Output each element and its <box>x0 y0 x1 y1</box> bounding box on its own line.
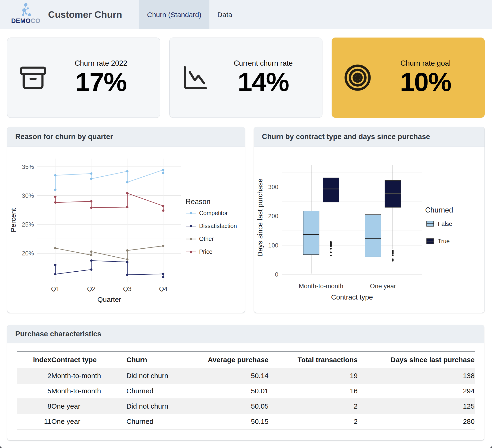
column-header-churn: Churn <box>126 352 201 368</box>
kpi-card-churn-goal: Churn rate goal 10% <box>332 38 485 118</box>
column-header-days-since-last-purchase: Days since last purchase <box>358 352 475 368</box>
window-corner <box>489 445 492 448</box>
cell-contract-type: One year <box>51 399 126 414</box>
cell-churn: Churned <box>126 384 201 399</box>
cell-index: 2 <box>17 368 51 384</box>
churned-legend: ChurnedFalseTrue <box>425 206 481 253</box>
cell-churn: Churned <box>126 414 201 429</box>
svg-text:Q3: Q3 <box>123 285 132 292</box>
page-title: Customer Churn <box>48 0 122 29</box>
kpi-value: 14% <box>210 68 316 96</box>
table-row: 2Month-to-monthDid not churn50.1419138 <box>17 368 475 384</box>
column-header-index: index <box>17 352 51 368</box>
archive-icon <box>18 63 48 93</box>
svg-text:Q4: Q4 <box>159 285 167 292</box>
cell-average-purchase: 50.14 <box>201 368 268 384</box>
svg-text:Days since last purchase: Days since last purchase <box>256 178 264 257</box>
svg-text:Contract type: Contract type <box>331 293 373 301</box>
svg-text:Percent: Percent <box>9 208 17 232</box>
legend-item-price: Price <box>185 248 241 255</box>
molecule-icon <box>19 2 33 18</box>
cell-total-transactions: 2 <box>268 399 358 414</box>
legend-title: Churned <box>425 206 481 214</box>
legend-key-icon <box>185 212 196 215</box>
table-row: 11One yearChurned50.152280 <box>17 414 475 429</box>
kpi-cards: Churn rate 2022 17% Current churn rate 1… <box>7 38 485 118</box>
cell-days-since-last-purchase: 138 <box>358 368 475 384</box>
window-corner <box>0 445 3 448</box>
box-chart: 0100200300Month-to-monthOne yearContract… <box>254 152 425 307</box>
cell-average-purchase: 50.01 <box>201 384 268 399</box>
panel-purchase-characteristics: Purchase characteristics indexContract t… <box>7 325 484 440</box>
cell-contract-type: Month-to-month <box>51 368 126 384</box>
cell-total-transactions: 16 <box>268 384 358 399</box>
cell-average-purchase: 50.15 <box>201 414 268 429</box>
target-icon <box>343 63 373 93</box>
cell-average-purchase: 50.05 <box>201 399 268 414</box>
cell-total-transactions: 19 <box>268 368 358 384</box>
table-row: 8One yearDid not churn50.052125 <box>17 399 475 414</box>
table-header-row: indexContract typeChurnAverage purchaseT… <box>17 352 475 368</box>
purchase-characteristics-table: indexContract typeChurnAverage purchaseT… <box>17 351 475 429</box>
cell-index: 8 <box>17 399 51 414</box>
cell-index: 11 <box>17 414 51 429</box>
svg-text:Quarter: Quarter <box>97 296 121 303</box>
cell-total-transactions: 2 <box>268 414 358 429</box>
line-chart: 20%25%30%35%Q1Q2Q3Q4QuarterPercent <box>7 152 185 307</box>
svg-text:35%: 35% <box>22 163 34 170</box>
panel-title: Churn by contract type and days since pu… <box>254 127 484 147</box>
legend-key-icon <box>425 236 435 247</box>
legend-key-icon <box>185 224 196 228</box>
panel-title: Purchase characteristics <box>7 325 484 344</box>
brand-text: DEMOCO <box>10 18 42 24</box>
svg-text:Q1: Q1 <box>51 285 60 292</box>
kpi-label: Churn rate 2022 <box>48 59 154 68</box>
panel-title: Reason for churn by quarter <box>7 127 245 147</box>
table-row: 5Month-to-monthChurned50.0116294 <box>17 384 475 399</box>
cell-days-since-last-purchase: 280 <box>358 414 475 429</box>
svg-text:200: 200 <box>268 212 278 219</box>
legend-item-competitor: Competitor <box>185 210 241 217</box>
cell-contract-type: Month-to-month <box>51 384 126 399</box>
kpi-card-churn-2022: Churn rate 2022 17% <box>7 38 160 118</box>
panel-churn-by-contract: Churn by contract type and days since pu… <box>254 127 485 313</box>
svg-text:Month-to-month: Month-to-month <box>299 283 344 290</box>
chart-down-icon <box>180 63 210 93</box>
svg-text:0: 0 <box>275 271 278 278</box>
svg-text:30%: 30% <box>22 192 34 199</box>
cell-churn: Did not churn <box>126 368 201 384</box>
svg-text:20%: 20% <box>22 250 34 257</box>
legend-title: Reason <box>185 198 241 206</box>
legend-item-false: False <box>425 218 481 229</box>
panel-reason-for-churn: Reason for churn by quarter 20%25%30%35%… <box>7 127 245 313</box>
app-header: DEMOCO Customer Churn Churn (Standard) D… <box>0 0 492 29</box>
cell-churn: Did not churn <box>126 399 201 414</box>
legend-item-true: True <box>425 236 481 247</box>
svg-text:300: 300 <box>268 183 278 190</box>
chart-panels: Reason for churn by quarter 20%25%30%35%… <box>7 127 485 313</box>
cell-days-since-last-purchase: 125 <box>358 399 475 414</box>
kpi-value: 17% <box>48 68 154 96</box>
reason-legend: ReasonCompetitorDissatisfactionOtherPric… <box>185 198 241 261</box>
legend-item-dissatisfaction: Dissatisfaction <box>185 223 241 229</box>
svg-text:25%: 25% <box>22 221 34 228</box>
tab-bar: Churn (Standard) Data <box>139 0 240 29</box>
kpi-card-current-churn: Current churn rate 14% <box>169 38 322 118</box>
company-logo: DEMOCO <box>10 2 42 24</box>
legend-item-other: Other <box>185 236 241 242</box>
svg-text:100: 100 <box>268 242 278 249</box>
column-header-average-purchase: Average purchase <box>201 352 268 368</box>
kpi-value: 10% <box>373 68 478 96</box>
legend-key-icon <box>185 250 196 254</box>
cell-index: 5 <box>17 384 51 399</box>
kpi-label: Current churn rate <box>210 59 316 68</box>
legend-key-icon <box>185 237 196 241</box>
column-header-total-transactions: Total transactions <box>268 352 358 368</box>
kpi-label: Churn rate goal <box>373 59 478 68</box>
cell-days-since-last-purchase: 294 <box>358 384 475 399</box>
tab-data[interactable]: Data <box>209 0 240 29</box>
tab-churn-standard[interactable]: Churn (Standard) <box>139 0 209 29</box>
svg-text:One year: One year <box>370 283 396 290</box>
legend-key-icon <box>425 218 435 229</box>
svg-text:Q2: Q2 <box>87 285 95 292</box>
